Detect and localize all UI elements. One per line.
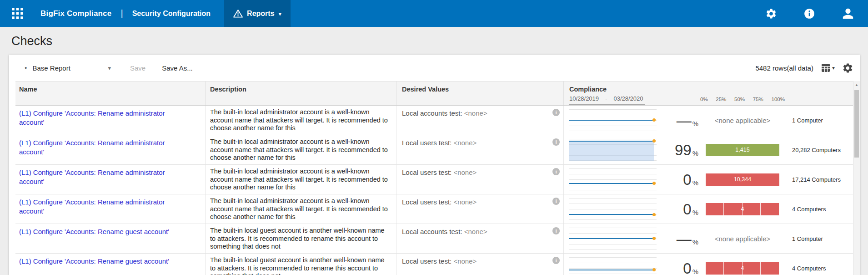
date-end: 03/28/2020 [613, 95, 643, 102]
column-header-bar: 0% 25% 50% 75% 100% [706, 81, 792, 105]
check-name-link[interactable]: (L1) Configure 'Accounts: Rename adminis… [19, 198, 176, 216]
results-bar-cell: 4 [706, 254, 792, 275]
save-button[interactable]: Save [130, 64, 146, 72]
column-header-description[interactable]: Description [206, 81, 396, 105]
scrollbar-thumb[interactable] [854, 90, 859, 158]
check-name-cell: (L1) Configure 'Accounts: Rename guest a… [15, 224, 206, 253]
nav-reports-menu[interactable]: Reports ▾ [224, 0, 291, 27]
axis-tick: 50% [734, 97, 745, 102]
check-name-link[interactable]: (L1) Configure 'Accounts: Rename adminis… [19, 138, 176, 157]
sparkline-line [569, 120, 654, 121]
compliance-percent: 99 % [665, 135, 706, 164]
sparkline-gridline [569, 219, 657, 220]
desired-values-value: <none> [453, 139, 477, 147]
info-icon[interactable]: i [552, 198, 560, 205]
results-bar[interactable]: 4 [706, 203, 779, 215]
rows-summary: 5482 rows(all data) [755, 64, 813, 72]
compliance-history-sparkline[interactable] [564, 254, 665, 275]
nav-divider: | [120, 8, 123, 19]
axis-tick: 25% [716, 97, 726, 102]
check-name-cell: (L1) Configure 'Accounts: Rename adminis… [15, 194, 206, 224]
check-description: The built-in local guest account is anot… [206, 254, 396, 275]
sparkline-gridline [569, 185, 657, 185]
info-icon[interactable]: i [552, 227, 560, 234]
compliance-percent-value: — [677, 113, 692, 128]
column-header-desired-values[interactable]: Desired Values [396, 81, 564, 105]
app-launcher-button[interactable] [12, 8, 23, 19]
axis-tick: 75% [753, 97, 763, 102]
top-nav: BigFix Compliance | Security Configurati… [0, 0, 868, 27]
check-name-link[interactable]: (L1) Configure 'Accounts: Rename guest a… [19, 227, 176, 236]
table-header: Name Description Desired Values Complian… [15, 81, 853, 106]
percent-sign: % [692, 149, 698, 157]
column-header-compliance[interactable]: Compliance 10/28/2019 - 03/28/2020 [564, 81, 665, 105]
info-icon[interactable]: i [552, 257, 560, 264]
compliance-history-sparkline[interactable] [564, 165, 665, 194]
sparkline-gridline [569, 249, 657, 250]
sparkline-endpoint-dot [652, 118, 656, 122]
table-row: (L1) Configure 'Accounts: Rename adminis… [15, 165, 853, 194]
table-row: (L1) Configure 'Accounts: Rename guest a… [15, 224, 853, 254]
check-name-link[interactable]: (L1) Configure 'Accounts: Rename adminis… [19, 109, 176, 127]
compliance-percent: — % [665, 224, 706, 253]
scroll-up-button[interactable]: ▲ [853, 81, 860, 88]
nav-section-title[interactable]: Security Configuration [132, 10, 211, 18]
computer-count: 1 Computer [792, 106, 853, 135]
compliance-history-sparkline[interactable] [564, 224, 665, 253]
compliance-history-sparkline[interactable] [564, 135, 665, 164]
desired-values-label: Local accounts test: [402, 109, 462, 117]
compliance-percent-value: — [677, 231, 692, 246]
gear-icon [842, 62, 853, 74]
info-icon[interactable]: i [552, 138, 560, 146]
table-settings-gear-button[interactable] [842, 62, 853, 74]
sparkline-endpoint-dot [652, 139, 656, 143]
compliance-percent-value: 0 [683, 202, 691, 217]
table-row: (L1) Configure 'Accounts: Rename adminis… [15, 194, 853, 224]
sparkline-gridline [569, 126, 657, 126]
computer-count: 4 Computers [792, 254, 853, 275]
results-bar-cell: <none applicable> [706, 224, 792, 253]
check-name-cell: (L1) Configure 'Accounts: Rename adminis… [15, 165, 206, 194]
column-header-name[interactable]: Name [15, 81, 206, 105]
sparkline-line [569, 238, 654, 239]
table-row: (L1) Configure 'Accounts: Rename adminis… [15, 106, 853, 135]
check-name-link[interactable]: (L1) Configure 'Accounts: Rename guest a… [19, 257, 176, 266]
vertical-scrollbar[interactable]: ▲ [853, 81, 860, 275]
info-icon[interactable]: i [552, 109, 560, 116]
compliance-history-sparkline[interactable] [564, 194, 665, 224]
results-bar[interactable]: 1,415 [706, 144, 779, 156]
sparkline-gridline [569, 228, 657, 228]
person-icon [842, 7, 854, 20]
info-button[interactable] [803, 8, 815, 20]
none-applicable-text: <none applicable> [706, 235, 779, 243]
sparkline-gridline [569, 179, 657, 180]
toolbar-right: 5482 rows(all data) ▾ [755, 62, 853, 74]
compliance-percent-value: 99 [675, 143, 692, 158]
desired-values-cell: Local users test: <none> i [396, 165, 564, 194]
report-selector-value: Base Report [32, 64, 70, 72]
settings-gear-button[interactable] [765, 8, 777, 20]
results-bar[interactable]: 10,344 [706, 173, 779, 186]
sparkline-line [569, 214, 654, 215]
desired-values-cell: Local users test: <none> i [396, 135, 564, 164]
save-as-button[interactable]: Save As... [162, 64, 193, 72]
report-selector[interactable]: ● Base Report ▾ [25, 64, 111, 72]
sparkline-gridline [569, 263, 657, 263]
results-bar-count: 4 [741, 265, 744, 271]
desired-values-cell: Local accounts test: <none> i [396, 224, 564, 253]
sparkline-gridline [569, 233, 657, 234]
results-bar[interactable]: 4 [706, 262, 779, 275]
sparkline-gridline [569, 198, 657, 199]
results-bar-count: 1,415 [735, 147, 749, 153]
compliance-history-sparkline[interactable] [564, 106, 665, 135]
info-icon[interactable]: i [552, 168, 560, 175]
check-description: The built-in local administrator account… [206, 165, 396, 194]
user-profile-button[interactable] [842, 7, 854, 20]
warning-triangle-icon [233, 9, 243, 18]
desired-values-value: <none> [453, 168, 477, 176]
export-button[interactable]: ▾ [821, 63, 835, 73]
check-name-link[interactable]: (L1) Configure 'Accounts: Rename adminis… [19, 168, 176, 187]
sparkline-gridline [569, 204, 657, 204]
compliance-date-range[interactable]: 10/28/2019 - 03/28/2020 [569, 95, 645, 105]
sparkline-endpoint-dot [652, 213, 656, 216]
